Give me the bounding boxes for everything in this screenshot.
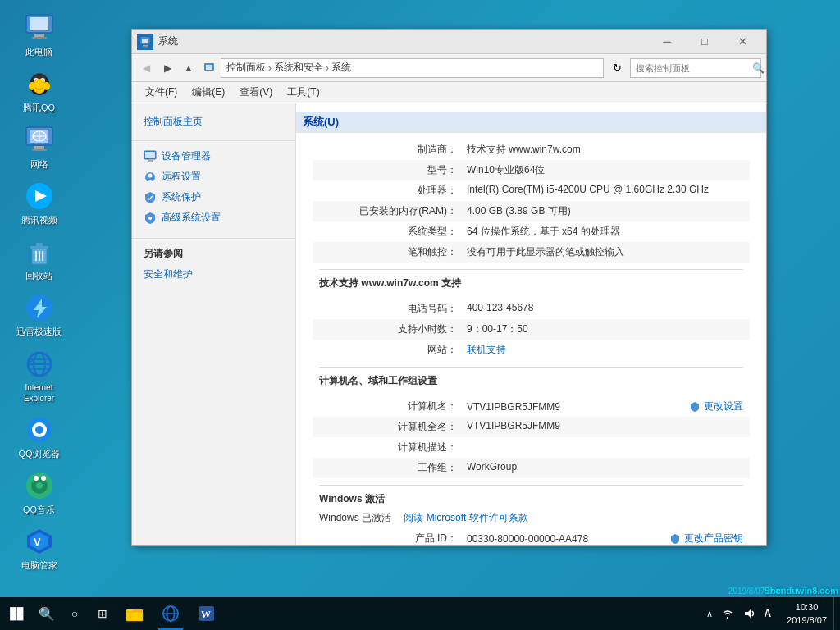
taskbar-cortana-button[interactable]: ○ bbox=[61, 597, 89, 630]
desktop-icon-network-label: 网络 bbox=[30, 158, 48, 170]
desktop-icon-computer-label: 此电脑 bbox=[25, 46, 52, 57]
support-title: 技术支持 www.win7w.com 支持 bbox=[313, 272, 750, 292]
taskbar-app-word[interactable]: W bbox=[189, 597, 225, 630]
svg-text:W: W bbox=[201, 609, 211, 620]
svg-point-58 bbox=[148, 217, 152, 220]
path-controlpanel[interactable]: 控制面板 bbox=[226, 61, 266, 75]
close-button[interactable]: ✕ bbox=[724, 30, 761, 54]
license-link[interactable]: 阅读 Microsoft 软件许可条款 bbox=[404, 511, 527, 525]
pen-label: 笔和触控： bbox=[319, 245, 467, 259]
system-window: 系统 ─ □ ✕ ◀ ▶ ▲ 控制面板 › 系统和安全 › 系统 ↻ bbox=[131, 29, 767, 546]
sidebar-main-link[interactable]: 控制面板主页 bbox=[132, 112, 295, 132]
sidebar-link-advanced-label: 高级系统设置 bbox=[162, 211, 221, 225]
phone-label: 电话号码： bbox=[319, 302, 467, 316]
tray-network[interactable] bbox=[719, 607, 737, 620]
path-system[interactable]: 系统 bbox=[331, 61, 351, 75]
forward-button[interactable]: ▶ bbox=[158, 59, 176, 77]
back-button[interactable]: ◀ bbox=[137, 59, 155, 77]
desktop-icon-network[interactable]: 网络 bbox=[8, 121, 70, 173]
desktop-icon-qqvideo[interactable]: 腾讯视频 bbox=[8, 176, 70, 229]
taskbar: 🔍 ○ ⊞ e bbox=[0, 597, 840, 630]
taskbar-tray: ∧ A bbox=[697, 607, 780, 620]
tray-ime[interactable]: A bbox=[761, 608, 774, 619]
advanced-settings-icon bbox=[144, 212, 157, 225]
tray-volume[interactable] bbox=[740, 607, 758, 620]
svg-rect-64 bbox=[126, 612, 143, 621]
search-input[interactable] bbox=[636, 63, 749, 73]
info-row-system-type: 系统类型： 64 位操作系统，基于 x64 的处理器 bbox=[313, 221, 750, 242]
taskbar-taskview-button[interactable]: ⊞ bbox=[89, 597, 116, 630]
svg-point-42 bbox=[34, 476, 39, 481]
computer-section-title: 计算机名、域和工作组设置 bbox=[313, 369, 750, 390]
menu-edit[interactable]: 编辑(E) bbox=[185, 83, 231, 102]
website-link[interactable]: 联机支持 bbox=[467, 344, 506, 355]
refresh-button[interactable]: ↻ bbox=[607, 58, 627, 78]
watermark-date: 2019/8/07 com bbox=[728, 587, 783, 596]
system-protection-icon bbox=[144, 191, 157, 204]
menu-view[interactable]: 查看(V) bbox=[233, 83, 279, 102]
desktop-icon-computer[interactable]: 此电脑 bbox=[8, 8, 70, 61]
desktop-icon-xunlei[interactable]: 迅雷极速版 bbox=[8, 288, 70, 340]
sidebar-link-security-label: 安全和维护 bbox=[144, 267, 193, 281]
desktop-icon-recycle[interactable]: 回收站 bbox=[8, 232, 70, 285]
taskbar-app-ie[interactable]: e bbox=[153, 597, 189, 630]
main-panel: 系统(U) 制造商： 技术支持 www.win7w.com 型号： Win10专… bbox=[296, 103, 766, 545]
windows-section-title: Windows 激活 bbox=[313, 487, 750, 508]
info-row-description: 计算机描述： bbox=[313, 437, 750, 458]
shield-icon bbox=[689, 401, 701, 413]
taskbar-search-button[interactable]: 🔍 bbox=[33, 597, 61, 630]
up-button[interactable]: ▲ bbox=[180, 59, 198, 77]
sidebar-link-security[interactable]: 安全和维护 bbox=[132, 264, 295, 285]
manufacturer-label: 制造商： bbox=[319, 143, 467, 157]
desktop-icon-qq-label: 腾讯QQ bbox=[23, 102, 55, 113]
path-security[interactable]: 系统和安全 bbox=[274, 61, 323, 75]
address-path[interactable]: 控制面板 › 系统和安全 › 系统 bbox=[221, 58, 604, 78]
svg-rect-24 bbox=[36, 243, 43, 247]
svg-point-41 bbox=[36, 482, 43, 489]
system-type-label: 系统类型： bbox=[319, 225, 467, 239]
tray-show-hidden[interactable]: ∧ bbox=[704, 609, 715, 619]
taskbar-clock[interactable]: 10:30 2019/8/07 bbox=[780, 600, 833, 628]
maximize-button[interactable]: □ bbox=[686, 30, 724, 54]
svg-rect-2 bbox=[34, 34, 44, 37]
desktop: 此电脑 腾讯QQ bbox=[0, 0, 840, 630]
desktop-icon-qqbrowser-label: QQ浏览器 bbox=[18, 448, 59, 459]
change-settings-button[interactable]: 更改设置 bbox=[689, 399, 743, 413]
sidebar-link-remote[interactable]: 远程设置 bbox=[132, 167, 295, 187]
search-icon: 🔍 bbox=[752, 62, 765, 74]
desktop-icon-ie[interactable]: e Internet Explorer bbox=[8, 345, 70, 407]
sidebar-link-protection-label: 系统保护 bbox=[162, 190, 201, 204]
ie-taskbar-icon: e bbox=[162, 605, 180, 623]
menu-file[interactable]: 文件(F) bbox=[139, 83, 184, 102]
info-row-workgroup: 工作组： WorkGroup bbox=[313, 458, 750, 478]
info-row-model: 型号： Win10专业版64位 bbox=[313, 160, 750, 180]
system-info-table: 制造商： 技术支持 www.win7w.com 型号： Win10专业版64位 … bbox=[313, 139, 750, 262]
info-row-ram: 已安装的内存(RAM)： 4.00 GB (3.89 GB 可用) bbox=[313, 201, 750, 221]
sidebar-link-advanced[interactable]: 高级系统设置 bbox=[132, 208, 295, 228]
windows-logo-icon bbox=[9, 606, 24, 621]
sidebar-link-protection[interactable]: 系统保护 bbox=[132, 187, 295, 208]
taskbar-app-explorer[interactable] bbox=[116, 597, 153, 630]
hours-label: 支持小时数： bbox=[319, 322, 467, 336]
desktop-icon-pcmanager[interactable]: V 电脑管家 bbox=[8, 522, 70, 574]
shield-key-icon bbox=[669, 533, 681, 545]
desktop-icon-qqbrowser[interactable]: QQ浏览器 bbox=[8, 410, 70, 463]
desktop-icon-qqvideo-label: 腾讯视频 bbox=[21, 214, 57, 226]
info-row-computer-name: 计算机名： VTV1IPBGR5JFMM9 更改设置 bbox=[313, 396, 750, 417]
model-value: Win10专业版64位 bbox=[467, 163, 743, 177]
desktop-icon-pcmanager-label: 电脑管家 bbox=[21, 559, 57, 571]
minimize-button[interactable]: ─ bbox=[648, 30, 686, 54]
search-box[interactable]: 🔍 bbox=[630, 58, 761, 78]
desktop-icon-xunlei-label: 迅雷极速版 bbox=[16, 326, 62, 337]
sidebar-link-devices[interactable]: 设备管理器 bbox=[132, 146, 295, 167]
device-manager-icon bbox=[144, 150, 157, 163]
product-id-label: 产品 ID： bbox=[319, 532, 467, 545]
desktop-icon-qqmusic[interactable]: QQ音乐 bbox=[8, 466, 70, 518]
menu-tools[interactable]: 工具(T) bbox=[281, 83, 326, 102]
change-key-button[interactable]: 更改产品密钥 bbox=[669, 532, 743, 545]
svg-marker-71 bbox=[745, 609, 751, 618]
start-button[interactable] bbox=[0, 597, 33, 630]
computer-name-label: 计算机名： bbox=[319, 399, 467, 413]
desktop-icon-qq[interactable]: 腾讯QQ bbox=[8, 64, 70, 116]
show-desktop-button[interactable] bbox=[833, 597, 840, 630]
